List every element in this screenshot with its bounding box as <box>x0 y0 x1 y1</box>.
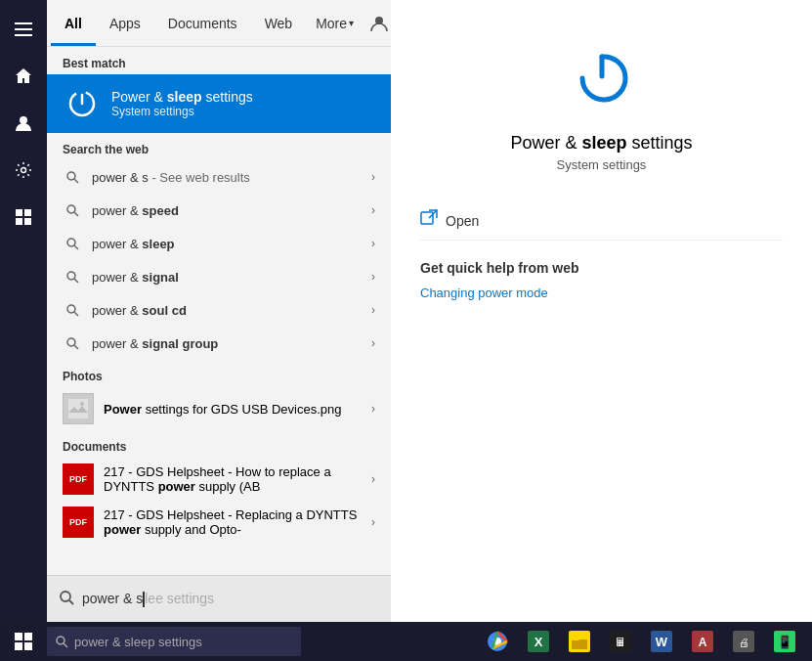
help-link[interactable]: Changing power mode <box>420 286 783 300</box>
svg-text:🖨: 🖨 <box>739 637 749 648</box>
search-placeholder-suffix: lee settings <box>145 591 214 606</box>
taskbar-calc-icon[interactable]: 🖩 <box>601 622 640 661</box>
svg-point-20 <box>67 305 75 313</box>
search-icon <box>59 590 74 609</box>
taskbar-icons: X 🖩 W <box>478 622 812 661</box>
chevron-right-icon-3: › <box>371 237 375 250</box>
svg-rect-43 <box>572 639 587 649</box>
detail-panel: Power & sleep settings System settings O… <box>391 0 812 622</box>
taskbar-explorer-icon[interactable] <box>560 622 599 661</box>
best-match-item[interactable]: Power & sleep settings System settings <box>47 74 391 133</box>
tab-more[interactable]: More ▾ <box>306 0 363 46</box>
sidebar-home-icon[interactable] <box>0 55 47 98</box>
web-result-6[interactable]: power & signal group › <box>47 327 391 360</box>
open-icon <box>420 209 438 232</box>
start-button[interactable] <box>0 622 47 661</box>
help-title: Get quick help from web <box>420 260 783 276</box>
svg-point-27 <box>61 592 70 601</box>
svg-rect-2 <box>15 34 32 36</box>
svg-point-12 <box>67 172 75 180</box>
taskbar-phone-icon[interactable]: 📱 <box>765 622 804 661</box>
open-button[interactable]: Open <box>420 201 783 241</box>
svg-line-13 <box>74 179 78 183</box>
web-result-text-1: power & s - See web results <box>92 170 371 185</box>
detail-title: Power & sleep settings <box>420 133 783 154</box>
chevron-right-icon-6: › <box>371 336 375 350</box>
photos-label: Photos <box>47 360 391 387</box>
svg-rect-1 <box>15 28 32 30</box>
taskbar-search-text: power & sleep settings <box>74 635 202 649</box>
start-menu: All Apps Documents Web More ▾ ··· <box>0 0 812 622</box>
svg-rect-34 <box>15 642 22 650</box>
tab-more-label: More <box>316 16 347 31</box>
tab-all[interactable]: All <box>51 0 96 46</box>
web-result-text-3: power & sleep <box>92 237 371 251</box>
taskbar: power & sleep settings X <box>0 622 812 661</box>
detail-power-icon <box>563 39 641 117</box>
svg-line-37 <box>64 643 67 647</box>
svg-rect-7 <box>16 218 22 225</box>
power-sleep-icon <box>63 84 102 123</box>
doc-icon-2: PDF <box>63 507 94 538</box>
best-match-title: Power & sleep settings <box>111 89 253 105</box>
doc-result-2[interactable]: PDF 217 - GDS Helpsheet - Replacing a DY… <box>47 501 391 544</box>
best-match-subtitle: System settings <box>111 105 253 118</box>
sidebar-settings-icon[interactable] <box>0 149 47 192</box>
tab-web[interactable]: Web <box>251 0 307 46</box>
search-panel: All Apps Documents Web More ▾ ··· <box>47 0 391 622</box>
svg-line-28 <box>69 600 73 604</box>
svg-rect-24 <box>68 399 88 419</box>
doc-result-text-1: 217 - GDS Helpsheet - How to replace a D… <box>104 464 371 494</box>
best-match-label: Best match <box>47 47 391 74</box>
web-result-4[interactable]: power & signal › <box>47 260 391 293</box>
taskbar-excel-icon[interactable]: X <box>519 622 558 661</box>
documents-label: Documents <box>47 430 391 458</box>
doc-result-text-2: 217 - GDS Helpsheet - Replacing a DYNTTS… <box>104 507 371 537</box>
search-web-icon-3 <box>63 234 82 253</box>
svg-line-19 <box>74 279 78 283</box>
web-result-1[interactable]: power & s - See web results › <box>47 160 391 194</box>
taskbar-chrome-icon[interactable] <box>478 622 517 661</box>
taskbar-print-icon[interactable]: 🖨 <box>724 622 763 661</box>
svg-rect-30 <box>421 212 433 224</box>
search-input[interactable]: power & slee settings <box>82 591 379 607</box>
svg-line-21 <box>74 312 78 316</box>
search-results: Best match Power & sleep settings System… <box>47 47 391 575</box>
doc-result-1[interactable]: PDF 217 - GDS Helpsheet - How to replace… <box>47 458 391 501</box>
chevron-right-icon-2: › <box>371 203 375 217</box>
svg-rect-44 <box>572 637 579 640</box>
taskbar-access-icon[interactable]: A <box>683 622 722 661</box>
taskbar-word-icon[interactable]: W <box>642 622 681 661</box>
taskbar-search[interactable]: power & sleep settings <box>47 627 301 656</box>
web-result-text-2: power & speed <box>92 203 371 218</box>
search-web-icon-1 <box>63 167 82 187</box>
chevron-down-icon: ▾ <box>349 18 354 28</box>
svg-point-3 <box>20 116 27 124</box>
open-label: Open <box>446 213 479 229</box>
doc-chevron-1: › <box>371 472 375 486</box>
chevron-right-icon-5: › <box>371 303 375 317</box>
web-result-3[interactable]: power & sleep › <box>47 227 391 260</box>
web-result-2[interactable]: power & speed › <box>47 194 391 227</box>
svg-rect-6 <box>24 209 31 216</box>
photo-result-1[interactable]: Power settings for GDS USB Devices.png › <box>47 387 391 430</box>
svg-point-22 <box>67 338 75 346</box>
svg-rect-35 <box>24 642 32 650</box>
best-match-text: Power & sleep settings System settings <box>111 89 253 118</box>
doc-chevron-2: › <box>371 515 375 529</box>
search-web-icon-2 <box>63 200 82 220</box>
tabs-bar: All Apps Documents Web More ▾ ··· <box>47 0 391 47</box>
tab-apps[interactable]: Apps <box>96 0 154 46</box>
sidebar-apps-icon[interactable] <box>0 196 47 239</box>
svg-text:W: W <box>656 635 668 649</box>
sidebar-menu-icon[interactable] <box>0 8 47 51</box>
photo-chevron-1: › <box>371 402 375 416</box>
svg-point-18 <box>67 272 75 280</box>
sidebar-user-icon[interactable] <box>0 102 47 145</box>
svg-rect-32 <box>15 633 22 640</box>
doc-icon-1: PDF <box>63 463 94 495</box>
svg-rect-0 <box>15 22 32 24</box>
web-result-5[interactable]: power & soul cd › <box>47 293 391 327</box>
tab-documents[interactable]: Documents <box>154 0 251 46</box>
svg-rect-8 <box>24 218 31 225</box>
